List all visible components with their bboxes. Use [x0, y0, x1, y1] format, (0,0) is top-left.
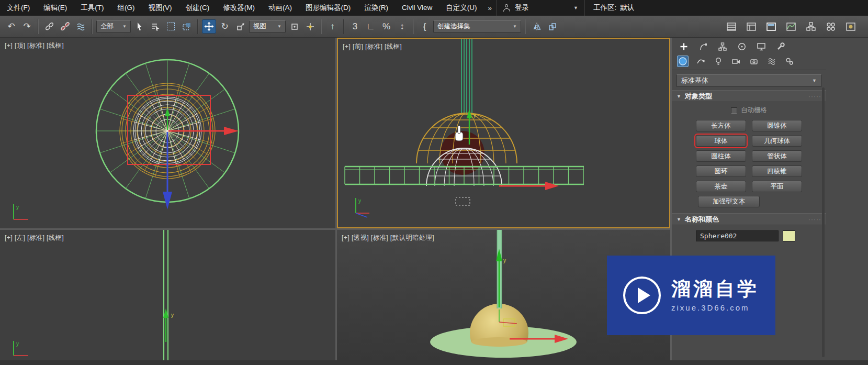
menu-civil-view[interactable]: Civil View [395, 0, 439, 16]
menu-views[interactable]: 视图(V) [142, 0, 179, 16]
edit-named-selection-sets-icon[interactable]: { [418, 19, 432, 34]
geosphere-button[interactable]: 几何球体 [752, 135, 802, 147]
workspace-selector[interactable]: 工作区: 默认 [593, 3, 641, 13]
render-setup-icon[interactable] [843, 19, 858, 34]
percent-snap-toggle-icon[interactable]: % [379, 19, 393, 34]
utilities-tab-icon[interactable] [775, 41, 786, 52]
keyboard-shortcut-override-icon[interactable]: ↑ [325, 19, 340, 34]
snap-toggle-3d-icon[interactable]: 3 [348, 19, 362, 34]
viewport-top[interactable]: y [+] [顶] [标准] [线框] [0, 38, 335, 228]
dropdown-caret-icon: ▼ [277, 24, 281, 29]
viewport-area: y [+] [顶] [标准] [线框] yy [+] [前] [标准] [线框]… [0, 38, 670, 365]
tube-button[interactable]: 管状体 [752, 150, 802, 162]
named-selection-sets-dropdown[interactable]: 创建选择集 ▼ [433, 20, 521, 32]
undo-icon[interactable]: ↶ [4, 19, 18, 34]
rollout-expand-icon: ▼ [677, 217, 681, 222]
torus-button[interactable]: 圆环 [696, 165, 746, 177]
angle-snap-toggle-icon[interactable]: ∟ [364, 19, 378, 34]
user-icon [503, 4, 511, 12]
motion-tab-icon[interactable] [736, 41, 748, 52]
cylinder-button[interactable]: 圆柱体 [696, 150, 746, 162]
viewport-perspective-label[interactable]: [+] [透视] [标准] [默认明暗处理] [342, 234, 434, 242]
spinner-snap-toggle-icon[interactable]: ↕ [395, 19, 409, 34]
scene-explorer-icon[interactable] [744, 19, 758, 34]
display-tab-icon[interactable] [756, 41, 767, 52]
hierarchy-tab-icon[interactable] [717, 41, 728, 52]
menu-graph-editors[interactable]: 图形编辑器(D) [299, 0, 357, 16]
menu-rendering[interactable]: 渲染(R) [357, 0, 395, 16]
menu-file[interactable]: 文件(F) [0, 0, 37, 16]
geometry-category-icon[interactable] [677, 56, 689, 67]
redo-icon[interactable]: ↷ [20, 19, 34, 34]
menu-animation[interactable]: 动画(A) [262, 0, 299, 16]
menu-tools[interactable]: 工具(T) [74, 0, 110, 16]
select-and-rotate-icon[interactable]: ↻ [218, 19, 232, 34]
mirror-icon[interactable] [529, 19, 544, 34]
use-pivot-center-icon[interactable] [287, 19, 301, 34]
rollout-grip-icon: ····· [808, 93, 821, 100]
sign-in-caret-icon[interactable]: ▼ [573, 5, 578, 10]
autogrid-checkbox[interactable] [731, 107, 737, 114]
cameras-category-icon[interactable] [730, 56, 742, 67]
curve-editor-icon[interactable] [784, 19, 798, 34]
viewport-front-label[interactable]: [+] [前] [标准] [线框] [343, 42, 402, 51]
object-name-field[interactable]: Sphere002 [696, 230, 779, 241]
pyramid-button[interactable]: 四棱锥 [752, 165, 802, 177]
menu-customize[interactable]: 自定义(U) [439, 0, 483, 16]
autogrid-label: 自动栅格 [741, 106, 767, 115]
textplus-button[interactable]: 加强型文本 [698, 196, 760, 207]
workspace-value[interactable]: 默认 [620, 3, 634, 13]
teapot-button[interactable]: 茶壶 [696, 181, 746, 192]
space-warps-category-icon[interactable] [766, 56, 777, 67]
menu-group[interactable]: 组(G) [111, 0, 142, 16]
bind-to-spacewarp-icon[interactable] [74, 19, 88, 34]
toolbar-separator [413, 19, 414, 34]
shapes-category-icon[interactable] [695, 56, 706, 67]
select-by-name-icon[interactable] [148, 19, 162, 34]
sign-in-control[interactable]: 登录 ▼ [496, 0, 585, 16]
toolbar-separator [38, 19, 39, 34]
select-and-move-icon[interactable] [202, 19, 216, 34]
modify-tab-icon[interactable] [697, 41, 709, 52]
select-and-link-icon[interactable] [42, 19, 57, 34]
create-tab-icon[interactable] [678, 41, 690, 52]
manage-layers-icon[interactable] [724, 19, 738, 34]
selection-filter-value: 全部 [100, 22, 114, 31]
menu-modifiers[interactable]: 修改器(M) [216, 0, 262, 16]
toolbar-separator [197, 19, 198, 34]
systems-category-icon[interactable] [784, 56, 795, 67]
viewport-top-label[interactable]: [+] [顶] [标准] [线框] [5, 41, 64, 50]
unlink-selection-icon[interactable] [58, 19, 72, 34]
svg-text:y: y [474, 113, 476, 118]
viewport-front-active[interactable]: yy [+] [前] [标准] [线框] [337, 38, 670, 228]
window-crossing-toggle-icon[interactable] [179, 19, 194, 34]
toggle-ribbon-icon[interactable] [764, 19, 778, 34]
rectangular-selection-region-icon[interactable] [164, 19, 178, 34]
menu-edit[interactable]: 编辑(E) [37, 0, 74, 16]
cone-button[interactable]: 圆锥体 [752, 120, 802, 131]
object-color-swatch[interactable] [783, 230, 795, 241]
primitive-category-dropdown[interactable]: 标准基体 ▼ [677, 74, 821, 87]
object-type-rollout-header[interactable]: ▼ 对象类型 ····· [672, 90, 826, 102]
plane-button[interactable]: 平面 [752, 181, 802, 192]
reference-coordinate-dropdown[interactable]: 视图 ▼ [249, 20, 286, 32]
align-icon[interactable] [545, 19, 559, 34]
lights-category-icon[interactable] [713, 56, 724, 67]
viewport-left[interactable]: yy [+] [左] [标准] [线框] [0, 230, 335, 365]
command-panel-scrollbar[interactable] [822, 87, 825, 357]
select-and-scale-icon[interactable] [233, 19, 247, 34]
schematic-view-icon[interactable] [804, 19, 818, 34]
menu-create[interactable]: 创建(C) [179, 0, 217, 16]
select-and-manipulate-icon[interactable] [303, 19, 317, 34]
viewport-left-label[interactable]: [+] [左] [标准] [线框] [5, 234, 64, 242]
selection-filter-dropdown[interactable]: 全部 ▼ [96, 20, 131, 32]
select-object-icon[interactable] [132, 19, 146, 34]
box-button[interactable]: 长方体 [696, 120, 746, 131]
helpers-category-icon[interactable] [748, 56, 760, 67]
material-editor-icon[interactable] [824, 19, 838, 34]
dropdown-caret-icon: ▼ [812, 78, 817, 83]
named-selection-sets-value: 创建选择集 [437, 22, 470, 31]
name-color-rollout-header[interactable]: ▼ 名称和颜色 ····· [672, 213, 826, 225]
sphere-button[interactable]: 球体 [696, 135, 746, 147]
menu-overflow-chevron[interactable]: » [484, 4, 497, 12]
